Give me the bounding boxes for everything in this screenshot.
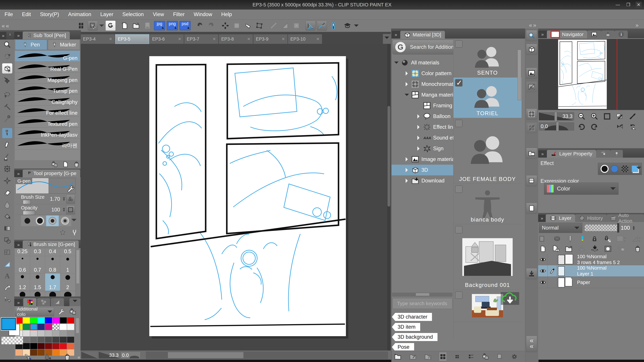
- material-pattern-icon[interactable]: [526, 109, 537, 119]
- tool-button[interactable]: [2, 114, 12, 124]
- color-swatch[interactable]: [60, 337, 67, 343]
- export-png-button[interactable]: png: [167, 21, 178, 30]
- subtool-item[interactable]: 라마펜: [15, 138, 80, 150]
- material-tree-item[interactable]: Sound effect: [392, 132, 453, 143]
- material-checkbox[interactable]: [455, 40, 462, 48]
- border-effect-icon[interactable]: [602, 166, 608, 172]
- status-rotation-value[interactable]: 0.0: [120, 352, 140, 359]
- navigator-tab[interactable]: Navigator: [547, 30, 587, 38]
- information-tab[interactable]: i: [615, 30, 628, 38]
- layer-property-tab[interactable]: Layer Property: [547, 150, 596, 158]
- material-tree-item[interactable]: 3D: [392, 165, 453, 175]
- new-folder-layer-icon[interactable]: [565, 245, 573, 253]
- draft-layer-icon[interactable]: [566, 235, 574, 243]
- material-tree-item[interactable]: Framing template: [392, 100, 453, 111]
- subtool-item[interactable]: Real G-Pen: [15, 62, 80, 73]
- lock-layer-icon[interactable]: [591, 235, 598, 243]
- tool-button[interactable]: [2, 211, 12, 222]
- color-swatch[interactable]: [60, 343, 67, 349]
- color-swatch[interactable]: [23, 324, 30, 330]
- document-tab[interactable]: EP3-10 ✕: [288, 34, 322, 44]
- zoom-out-button[interactable]: [576, 112, 587, 121]
- color-swatch[interactable]: [38, 330, 45, 337]
- new-folder-icon[interactable]: [394, 352, 402, 361]
- save-icon[interactable]: [142, 21, 152, 30]
- color-swatch[interactable]: [23, 317, 30, 324]
- brush-size-option[interactable]: [60, 291, 75, 297]
- expand-status-icon[interactable]: «: [78, 355, 80, 359]
- material-image-category-icon[interactable]: [526, 68, 537, 78]
- tool-button[interactable]: [2, 164, 12, 174]
- color-swatch[interactable]: [38, 324, 45, 330]
- tool-button[interactable]: [2, 140, 12, 150]
- color-swatch[interactable]: [15, 317, 23, 324]
- edit-color-set-wrench-icon[interactable]: [58, 308, 65, 316]
- tree-expander-icon[interactable]: [404, 157, 409, 161]
- color-swatch[interactable]: [67, 337, 74, 343]
- tab-close-icon[interactable]: ✕: [212, 37, 216, 41]
- layer-visibility-toggle[interactable]: [538, 277, 548, 288]
- brush-size-option[interactable]: 0.6: [15, 256, 30, 274]
- menu-item[interactable]: Help: [217, 9, 236, 19]
- tool-property-menu-icon[interactable]: »: [14, 170, 23, 177]
- material-canvas-icon[interactable]: [526, 203, 537, 214]
- brush-size-option[interactable]: 1.2: [15, 274, 30, 291]
- tree-expander-icon[interactable]: [404, 93, 409, 97]
- brush-size-scrollbar[interactable]: [76, 250, 80, 284]
- tool-panel-menu-icon[interactable]: »: [0, 32, 6, 39]
- brush-size-value[interactable]: 1.70: [50, 196, 60, 202]
- tree-expander-icon[interactable]: [416, 114, 421, 118]
- color-swatch[interactable]: [23, 330, 30, 337]
- canvas-area[interactable]: [80, 44, 391, 351]
- tab-close-icon[interactable]: ✕: [109, 37, 112, 41]
- lock-transparent-icon[interactable]: [603, 235, 611, 243]
- opacity-spinner[interactable]: ▲▼: [62, 207, 66, 212]
- material-tree-item[interactable]: Sign: [392, 143, 453, 154]
- material-search-toggle-icon[interactable]: [526, 30, 537, 41]
- opacity-value[interactable]: 100: [51, 207, 60, 213]
- layer-row[interactable]: 100 %Normal 3 rows 4 frames 5 2: [538, 254, 644, 265]
- new-3d-layer-icon[interactable]: [552, 245, 560, 253]
- document-tab[interactable]: EP3-8 ✕: [219, 34, 253, 44]
- tool-button[interactable]: [2, 51, 12, 61]
- tree-expander-icon[interactable]: [416, 103, 421, 108]
- color-swatch[interactable]: [45, 343, 52, 349]
- lightbulb-tab[interactable]: [610, 150, 623, 158]
- delete-folder-icon[interactable]: [424, 352, 432, 361]
- ruler-snap3-icon[interactable]: [292, 21, 301, 30]
- register-material-icon[interactable]: [482, 352, 489, 361]
- thumbnail-large-view-icon[interactable]: [439, 352, 446, 361]
- main-color-chip[interactable]: [1, 318, 16, 330]
- layer-visibility-toggle[interactable]: [538, 254, 548, 265]
- panel-arrange-left-icon[interactable]: «: [529, 22, 532, 28]
- reset-view-button[interactable]: [602, 122, 612, 131]
- help-academy-icon[interactable]: [342, 21, 352, 30]
- zoom-in-button[interactable]: [589, 112, 600, 121]
- brush-size-option[interactable]: 2: [60, 274, 75, 291]
- clip-studio-logo-icon[interactable]: [106, 21, 116, 30]
- workspace-icon[interactable]: [76, 21, 86, 30]
- tool-button[interactable]: [2, 188, 12, 198]
- layer-search-tab[interactable]: [596, 150, 610, 158]
- brush-size-spinner[interactable]: ▲▼: [62, 196, 66, 201]
- brush-size-option[interactable]: 1.7: [45, 274, 60, 291]
- history-tab[interactable]: History: [575, 214, 606, 222]
- wrench-icon[interactable]: [66, 185, 75, 193]
- color-swatch[interactable]: [38, 317, 45, 324]
- subtool-group-tab[interactable]: Pen: [15, 39, 47, 50]
- tree-expander-icon[interactable]: [404, 82, 409, 86]
- material-search-input[interactable]: [397, 301, 462, 307]
- tree-expander-icon[interactable]: [404, 168, 409, 172]
- export-dropdown-icon[interactable]: [99, 24, 104, 29]
- text-tool-button[interactable]: A: [2, 271, 12, 281]
- maximize-button[interactable]: ❐: [625, 2, 631, 8]
- color-swatch[interactable]: [52, 337, 60, 343]
- edit-folder-icon[interactable]: [409, 352, 417, 361]
- colored-pencil-icon[interactable]: [579, 235, 586, 243]
- aa-middle-button[interactable]: [46, 215, 59, 226]
- color-swatch[interactable]: [52, 330, 60, 337]
- color-swatch[interactable]: [30, 324, 38, 330]
- aa-strong-button[interactable]: [59, 215, 71, 226]
- color-swatch[interactable]: [30, 343, 38, 349]
- menu-item[interactable]: Window: [189, 9, 217, 19]
